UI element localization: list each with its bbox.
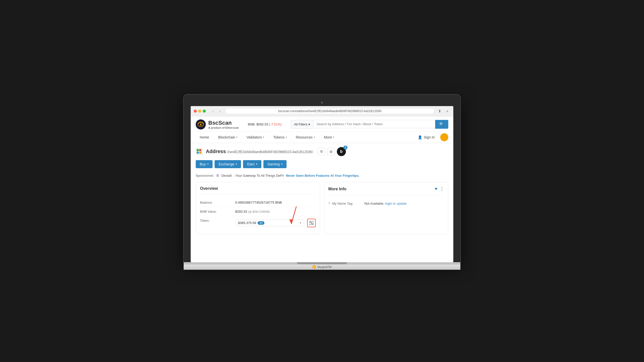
- browser-controls: ‹ › bscscan.com/address/0xe4E2fE2dA648ae…: [194, 108, 450, 114]
- gaming-chevron-icon: ▾: [281, 163, 283, 165]
- minimize-traffic-light[interactable]: [198, 110, 201, 113]
- copy-address-button[interactable]: ⧉: [318, 148, 325, 155]
- browser-action-buttons: ⬆ +: [437, 108, 450, 114]
- more-options-dots-button[interactable]: ⋮: [439, 186, 444, 192]
- bnb-price-display: BNB: $592.53 (-7.51%): [248, 122, 281, 126]
- sponsored-bar: Sponsored: ⑧ Devia8 : Your Gateway To Al…: [196, 173, 448, 178]
- info-cards-grid: Overview Balance: 0.49503867774526718775…: [196, 182, 448, 234]
- expand-icon: [309, 221, 313, 225]
- name-tag-row: ? My Name Tag: Not Available, login to u…: [328, 199, 444, 208]
- qr-code-button[interactable]: ⊞: [327, 148, 335, 155]
- browser-address-bar[interactable]: bscscan.com/address/0xe4E2fE2dA648aedb4B…: [225, 108, 435, 114]
- nav-item-validators[interactable]: Validators ▾: [243, 133, 268, 142]
- nav-item-resources[interactable]: Resources ▾: [292, 133, 319, 142]
- search-input-wrapper: [313, 120, 435, 129]
- exchange-button[interactable]: Exchange ▾: [215, 160, 241, 168]
- browser-forward-button[interactable]: ›: [217, 109, 223, 114]
- laptop-container: ‹ › bscscan.com/address/0xe4E2fE2dA648ae…: [184, 95, 460, 268]
- taskbar-label: MarginATM: [317, 265, 332, 268]
- address-favicon-icon: [196, 148, 203, 155]
- nav-signin-area: 👤 Sign In: [414, 133, 448, 142]
- nav-item-home[interactable]: Home: [196, 133, 213, 142]
- page-content: Address 0xe4E2fE2dA648aedb4B06F0829B8D2C…: [191, 143, 453, 238]
- nav-item-tokens[interactable]: Tokens ▾: [269, 133, 291, 142]
- more-info-action-buttons: ♥ ⋮: [435, 186, 444, 192]
- laptop-notch: [297, 262, 347, 264]
- site-header: BscScan A product of Etherscan BNB: $592…: [191, 116, 453, 143]
- header-top: BscScan A product of Etherscan BNB: $592…: [196, 116, 448, 131]
- token-value-area: $385,375.58 43 ▾: [235, 219, 316, 227]
- token-count-badge: 43: [258, 221, 264, 225]
- earn-button[interactable]: Earn ▾: [243, 160, 261, 168]
- filter-dropdown[interactable]: All Filters ▾: [291, 120, 313, 129]
- tokens-chevron-icon: ▾: [286, 136, 287, 139]
- bnb-value-value: $293.33 (@ $592.53/BNB): [235, 210, 316, 213]
- earn-chevron-icon: ▾: [256, 163, 257, 165]
- name-tag-help-icon[interactable]: ?: [328, 202, 330, 205]
- close-traffic-light[interactable]: [194, 110, 197, 113]
- filter-chevron-icon: ▾: [308, 122, 310, 126]
- sponsor-name: Devia8: [221, 174, 231, 177]
- blockchain-chevron-icon: ▾: [236, 136, 237, 139]
- login-to-update-link[interactable]: login to update: [385, 202, 407, 205]
- search-input[interactable]: [313, 120, 435, 128]
- more-info-card-title: More Info: [328, 187, 346, 191]
- overview-card: Overview Balance: 0.49503867774526718775…: [196, 182, 320, 234]
- signin-button[interactable]: 👤 Sign In: [414, 133, 439, 142]
- token-dropdown[interactable]: $385,375.58 43 ▾: [235, 219, 304, 226]
- sponsor-link[interactable]: Never Seen Before Features At Your Finge…: [286, 174, 359, 177]
- favorite-heart-button[interactable]: ♥: [435, 186, 437, 192]
- fullscreen-traffic-light[interactable]: [203, 110, 206, 113]
- bnb-network-icon[interactable]: [440, 133, 448, 141]
- svg-rect-10: [312, 223, 313, 225]
- more-chevron-icon: ▾: [333, 136, 334, 139]
- svg-rect-7: [197, 152, 199, 154]
- laptop-screen: ‹ › bscscan.com/address/0xe4E2fE2dA648ae…: [191, 106, 453, 262]
- badge-count: 2: [343, 146, 347, 150]
- name-tag-label: My Name Tag:: [332, 202, 362, 205]
- buy-button[interactable]: Buy ▾: [196, 160, 213, 168]
- nav-item-more[interactable]: More ▾: [320, 133, 338, 142]
- sponsor-devia8-icon: ⑧: [216, 173, 219, 178]
- main-nav: Home Blockchain ▾ Validators ▾ Tokens: [196, 131, 448, 143]
- overview-card-title: Overview: [200, 186, 316, 194]
- browser-back-button[interactable]: ‹: [210, 109, 216, 114]
- balance-label: Balance:: [200, 201, 235, 204]
- svg-point-1: [200, 124, 202, 125]
- b-badge-button[interactable]: b 2: [337, 147, 346, 156]
- laptop-base: M MarginATM: [184, 262, 460, 268]
- balance-row: Balance: 0.49503867774526718775 BNB: [200, 198, 316, 207]
- svg-rect-6: [199, 149, 201, 151]
- address-header: Address 0xe4E2fE2dA648aedb4B06F0829B8D2C…: [196, 147, 448, 156]
- balance-value: 0.49503867774526718775 BNB: [235, 201, 316, 204]
- resources-chevron-icon: ▾: [314, 136, 315, 139]
- name-tag-value: Not Available, login to update: [364, 202, 407, 205]
- taskbar: M MarginATM: [184, 264, 460, 270]
- browser-add-tab-button[interactable]: +: [444, 108, 450, 114]
- page-title: Address 0xe4E2fE2dA648aedb4B06F0829B8D2C…: [206, 149, 313, 154]
- svg-rect-9: [310, 221, 311, 223]
- taskbar-app-icon: M: [312, 265, 316, 269]
- svg-rect-8: [199, 152, 201, 154]
- buy-chevron-icon: ▾: [207, 163, 209, 165]
- address-action-buttons: ⧉ ⊞ b 2: [318, 147, 346, 156]
- browser-chrome: ‹ › bscscan.com/address/0xe4E2fE2dA648ae…: [191, 106, 453, 116]
- token-dropdown-chevron-icon: ▾: [300, 221, 301, 224]
- svg-line-11: [311, 223, 312, 223]
- gaming-button[interactable]: Gaming ▾: [263, 160, 287, 168]
- logo-text-area: BscScan A product of Etherscan: [208, 120, 239, 129]
- screen-bezel: ‹ › bscscan.com/address/0xe4E2fE2dA648ae…: [184, 95, 460, 262]
- token-dollar-value: $385,375.58: [238, 221, 256, 225]
- browser-nav-buttons: ‹ ›: [210, 109, 223, 114]
- search-area: All Filters ▾ 🔍: [291, 120, 448, 129]
- more-info-card: More Info ♥ ⋮ ? My Name Tag: Not: [324, 182, 448, 234]
- bscscan-logo-icon: [196, 119, 206, 129]
- search-button[interactable]: 🔍: [435, 120, 448, 129]
- token-expand-button[interactable]: [307, 219, 316, 227]
- validators-chevron-icon: ▾: [263, 136, 264, 139]
- nav-item-blockchain[interactable]: Blockchain ▾: [214, 133, 242, 142]
- action-buttons-row: Buy ▾ Exchange ▾ Earn ▾ Gaming: [196, 160, 448, 168]
- browser-share-button[interactable]: ⬆: [437, 108, 443, 114]
- traffic-lights: [194, 110, 206, 113]
- logo-area: BscScan A product of Etherscan: [196, 119, 239, 129]
